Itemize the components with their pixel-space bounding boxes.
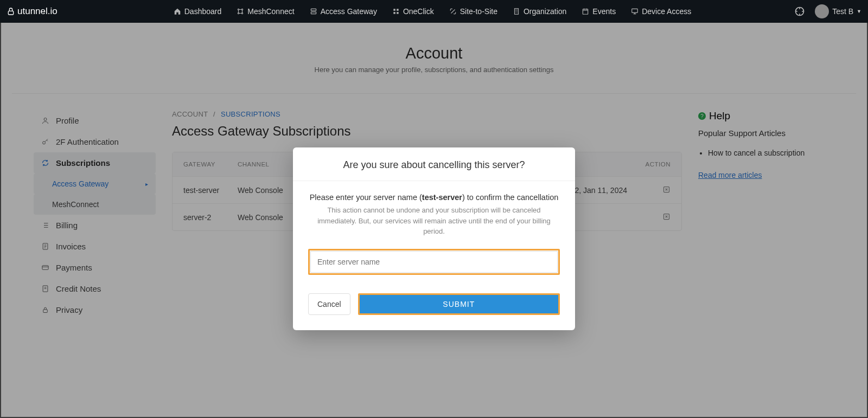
modal-server-name: test-server: [422, 193, 462, 202]
svg-rect-9: [393, 12, 395, 14]
svg-point-2: [242, 9, 243, 10]
lock-icon: [7, 7, 15, 16]
svg-rect-10: [397, 12, 399, 14]
svg-rect-0: [8, 11, 13, 15]
mesh-icon: [237, 8, 244, 15]
nav-deviceaccess-label: Device Access: [642, 7, 691, 16]
chevron-down-icon: ▼: [857, 9, 861, 14]
nav-items: Dashboard MeshConnect Access Gateway One…: [166, 7, 699, 16]
user-name: Test B: [832, 7, 853, 16]
modal-footer: Cancel SUBMIT: [293, 280, 575, 330]
submit-button[interactable]: SUBMIT: [360, 295, 558, 313]
nav-organization[interactable]: Organization: [505, 7, 574, 16]
svg-rect-13: [632, 9, 638, 12]
link-icon: [449, 8, 457, 15]
nav-oneclick-label: OneClick: [403, 7, 434, 16]
server-name-input-highlight: [308, 249, 560, 275]
nav-accessgateway-label: Access Gateway: [321, 7, 377, 16]
server-icon: [310, 8, 317, 15]
server-name-input[interactable]: [310, 251, 558, 273]
nav-sitetosite[interactable]: Site-to-Site: [442, 7, 505, 16]
brand-logo[interactable]: utunnel.io: [7, 6, 58, 17]
modal-prompt-pre: Please enter your server name (: [310, 193, 422, 202]
top-navbar: utunnel.io Dashboard MeshConnect Access …: [0, 0, 868, 23]
submit-button-highlight: SUBMIT: [358, 293, 560, 315]
support-icon[interactable]: [794, 6, 805, 17]
svg-rect-7: [393, 9, 395, 11]
svg-point-1: [238, 9, 239, 10]
modal-prompt-post: ) to confirm the cancellation: [462, 193, 558, 202]
modal-warning: This action cannot be undone and your su…: [308, 205, 560, 237]
calendar-icon: [582, 8, 589, 15]
user-menu[interactable]: Test B ▼: [815, 4, 861, 18]
nav-oneclick[interactable]: OneClick: [385, 7, 442, 16]
brand-text: utunnel.io: [17, 6, 58, 17]
modal-title: Are you sure about cancelling this serve…: [293, 147, 575, 181]
svg-rect-12: [583, 9, 588, 14]
cancel-server-modal: Are you sure about cancelling this serve…: [293, 147, 575, 330]
monitor-icon: [631, 8, 639, 15]
nav-dashboard[interactable]: Dashboard: [166, 7, 229, 16]
topnav-right: Test B ▼: [794, 4, 861, 18]
svg-point-4: [242, 12, 243, 14]
nav-dashboard-label: Dashboard: [184, 7, 222, 16]
building-icon: [513, 8, 520, 15]
avatar: [815, 4, 829, 18]
nav-sitetosite-label: Site-to-Site: [460, 7, 497, 16]
svg-point-3: [238, 12, 239, 14]
modal-prompt: Please enter your server name (test-serv…: [308, 193, 560, 202]
nav-deviceaccess[interactable]: Device Access: [623, 7, 699, 16]
nav-meshconnect[interactable]: MeshConnect: [229, 7, 302, 16]
svg-rect-11: [514, 9, 518, 15]
nav-meshconnect-label: MeshConnect: [247, 7, 294, 16]
home-icon: [174, 8, 181, 15]
modal-body: Please enter your server name (test-serv…: [293, 181, 575, 280]
nav-accessgateway[interactable]: Access Gateway: [302, 7, 385, 16]
page-body: Account Here you can manage your profile…: [0, 23, 868, 418]
svg-rect-8: [397, 9, 399, 11]
svg-rect-6: [311, 12, 316, 14]
nav-events[interactable]: Events: [574, 7, 623, 16]
cancel-button[interactable]: Cancel: [308, 293, 350, 315]
nav-events-label: Events: [592, 7, 616, 16]
svg-rect-5: [311, 9, 316, 11]
nav-organization-label: Organization: [524, 7, 566, 16]
grid-icon: [392, 8, 400, 15]
